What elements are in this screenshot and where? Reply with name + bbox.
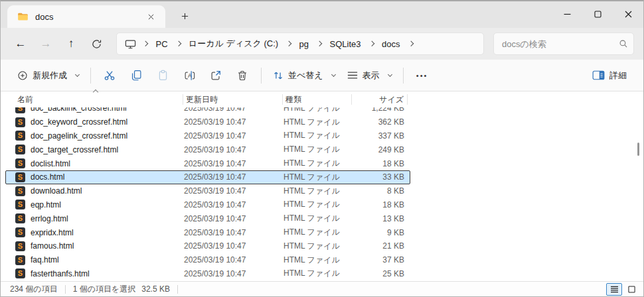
file-date-modified: 2025/03/19 10:47 [184, 145, 283, 154]
file-date-modified: 2025/03/19 10:47 [184, 228, 283, 237]
breadcrumb: PCローカル ディスク (C:)pgSQLite3docs [152, 36, 418, 52]
close-button[interactable] [613, 1, 643, 27]
file-name: doclist.html [31, 159, 70, 168]
file-size: 362 KB [353, 117, 408, 127]
details-pane-button[interactable]: 詳細 [586, 65, 633, 86]
up-button[interactable]: ↑ [59, 32, 83, 55]
tab-bar: docs [1, 1, 643, 28]
file-size: 9 KB [353, 228, 408, 237]
view-button[interactable]: 表示 [341, 65, 398, 86]
large-icons-view-icon [628, 286, 635, 293]
file-size: 337 KB [353, 131, 408, 141]
search-box[interactable] [493, 32, 634, 55]
table-row[interactable]: S expridx.html 2025/03/19 10:47 HTML ファイ… [5, 225, 410, 239]
chevron-down-icon [75, 72, 80, 76]
paste-icon [157, 70, 169, 81]
cut-button[interactable] [96, 64, 123, 88]
search-input[interactable] [502, 39, 619, 49]
file-explorer-window: docs ← → ↑ [0, 0, 644, 297]
breadcrumb-item[interactable]: pg [295, 37, 313, 51]
table-row[interactable]: S errlog.html 2025/03/19 10:47 HTML ファイル… [5, 211, 410, 225]
file-size: 8 KB [353, 186, 408, 196]
table-row[interactable]: S fasterthanfs.html 2025/03/19 10:47 HTM… [5, 267, 410, 281]
file-name: eqp.html [31, 200, 61, 209]
table-row[interactable]: S download.html 2025/03/19 10:47 HTML ファ… [5, 184, 410, 198]
table-row[interactable]: S faq.html 2025/03/19 10:47 HTML ファイル 37… [5, 253, 410, 267]
file-name: docs.html [31, 172, 64, 182]
table-row[interactable]: S doclist.html 2025/03/19 10:47 HTML ファイ… [5, 156, 410, 170]
breadcrumb-item[interactable]: PC [152, 37, 172, 51]
file-type: HTML ファイル [283, 241, 353, 252]
file-date-modified: 2025/03/19 10:47 [184, 159, 283, 168]
rename-icon: A [183, 70, 195, 82]
file-name: expridx.html [31, 228, 74, 237]
large-icons-view-toggle[interactable] [623, 283, 639, 296]
scissors-icon [104, 70, 116, 82]
details-view-toggle[interactable] [606, 283, 622, 296]
sublime-file-icon: S [15, 117, 25, 127]
rename-button[interactable]: A [176, 64, 202, 88]
table-row[interactable]: S doc_backlink_crossref.html 2025/03/19 … [5, 107, 410, 115]
breadcrumb-item[interactable]: docs [378, 37, 404, 51]
trash-icon [236, 70, 248, 82]
file-size: 249 KB [353, 145, 408, 154]
back-button[interactable]: ← [9, 32, 33, 55]
table-row[interactable]: S docs.html 2025/03/19 10:47 HTML ファイル 3… [5, 170, 410, 184]
sort-button[interactable]: 並べ替え [267, 65, 341, 86]
new-button-label: 新規作成 [33, 70, 67, 82]
maximize-button[interactable] [582, 1, 613, 27]
address-bar[interactable]: PCローカル ディスク (C:)pgSQLite3docs [116, 32, 484, 55]
table-row[interactable]: S doc_target_crossref.html 2025/03/19 10… [5, 143, 410, 156]
explorer-tab-docs[interactable]: docs [7, 5, 165, 28]
details-pane-icon [592, 70, 605, 80]
file-size: 25 KB [353, 269, 408, 278]
file-size: 18 KB [353, 159, 408, 168]
column-header-type[interactable]: 種類 [283, 91, 352, 107]
chevron-right-icon [286, 41, 291, 46]
sublime-file-icon: S [15, 107, 25, 113]
file-name: download.html [31, 186, 82, 196]
refresh-button[interactable] [84, 32, 108, 55]
table-row[interactable]: S doc_keyword_crossref.html 2025/03/19 1… [5, 115, 410, 129]
sort-button-label: 並べ替え [288, 70, 323, 82]
tab-title: docs [35, 12, 143, 22]
file-type: HTML ファイル [283, 186, 353, 197]
breadcrumb-item[interactable]: SQLite3 [326, 37, 365, 51]
new-plus-icon [17, 70, 28, 81]
table-row[interactable]: S eqp.html 2025/03/19 10:47 HTML ファイル 18… [5, 198, 410, 212]
vertical-scrollbar-thumb[interactable] [637, 143, 639, 156]
sublime-file-icon: S [15, 227, 25, 237]
forward-button[interactable]: → [34, 32, 58, 55]
file-type: HTML ファイル [283, 213, 353, 224]
chevron-right-icon [143, 41, 148, 46]
breadcrumb-item[interactable]: ローカル ディスク (C:) [185, 36, 282, 52]
minimize-button[interactable] [552, 1, 582, 27]
column-header-size[interactable]: サイズ [352, 91, 408, 107]
paste-button[interactable] [149, 64, 176, 88]
file-list: S doc_backlink_crossref.html 2025/03/19 … [1, 107, 643, 281]
file-type: HTML ファイル [283, 199, 353, 210]
file-name: errlog.html [31, 214, 68, 223]
copy-button[interactable] [123, 64, 149, 88]
column-header-date[interactable]: 更新日時 [183, 91, 283, 107]
status-divider [65, 285, 66, 294]
delete-button[interactable] [229, 64, 256, 88]
table-row[interactable]: S doc_pagelink_crossref.html 2025/03/19 … [5, 129, 410, 143]
file-size: 13 KB [353, 214, 408, 223]
file-name: faq.html [31, 255, 59, 265]
new-button[interactable]: 新規作成 [11, 65, 85, 86]
column-header-name[interactable]: 名前 [15, 91, 183, 107]
refresh-icon [92, 39, 102, 49]
more-options-button[interactable]: ••• [409, 64, 436, 88]
chevron-right-icon [408, 41, 413, 46]
share-button[interactable] [202, 64, 229, 88]
tab-close-icon[interactable] [143, 9, 159, 25]
details-view-icon [610, 286, 619, 293]
file-date-modified: 2025/03/19 10:47 [184, 255, 283, 265]
up-arrow-icon: ↑ [68, 37, 74, 50]
selection-size: 32.5 KB [141, 284, 170, 294]
new-tab-button[interactable] [175, 7, 195, 25]
table-row[interactable]: S famous.html 2025/03/19 10:47 HTML ファイル… [5, 239, 410, 253]
file-type: HTML ファイル [283, 172, 353, 183]
file-type: HTML ファイル [283, 227, 353, 238]
